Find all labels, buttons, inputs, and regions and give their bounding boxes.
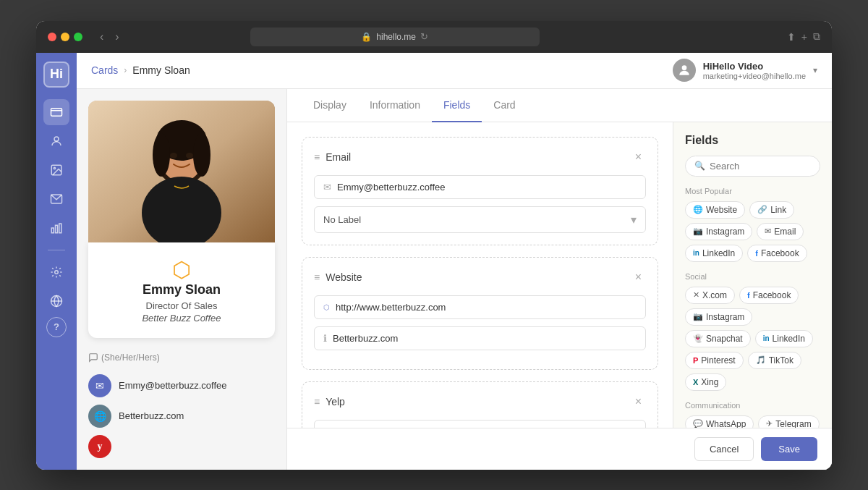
pronouns-label: (She/Her/Hers) [88, 352, 275, 363]
field-tag-link[interactable]: 🔗 Link [749, 201, 794, 219]
sidebar-item-analytics[interactable] [43, 215, 69, 241]
contact-items-list: ✉ Emmy@betterbuzz.coffee 🌐 Betterbuzz.co… [88, 374, 275, 458]
email-value-text: Emmy@betterbuzz.coffee [337, 182, 637, 193]
field-tag-tiktok[interactable]: 🎵 TikTok [748, 352, 801, 369]
share-button[interactable]: ⬆ [787, 30, 796, 43]
user-avatar [673, 59, 696, 82]
close-button[interactable] [48, 33, 56, 41]
url-text: hihello.me [376, 32, 416, 42]
address-bar[interactable]: 🔒 hihello.me ↻ [250, 28, 540, 46]
email-field-header: ≡ Email × [314, 149, 646, 165]
fields-search-box[interactable]: 🔍 [685, 156, 820, 177]
field-tag-whatsapp[interactable]: 💬 WhatsApp [685, 415, 754, 428]
yelp-field-header: ≡ Yelp × [314, 394, 646, 410]
breadcrumb-separator: › [124, 65, 127, 75]
cancel-button[interactable]: Cancel [694, 437, 754, 461]
svg-point-12 [681, 65, 686, 70]
tab-fields[interactable]: Fields [432, 89, 482, 122]
tab-overview-button[interactable]: ⧉ [813, 30, 820, 43]
website-contact-value: Betterbuzz.com [119, 410, 184, 421]
user-menu[interactable]: HiHello Video marketing+video@hihello.me… [673, 59, 817, 82]
chevron-down-icon: ▾ [813, 65, 817, 75]
new-tab-button[interactable]: + [801, 30, 807, 43]
field-tag-facebook-popular[interactable]: f Facebook [747, 245, 807, 262]
website-display-input[interactable]: ℹ Betterbuzz.com [314, 326, 646, 350]
field-tag-snapchat[interactable]: 👻 Snapchat [685, 330, 751, 347]
communication-tags: 💬 WhatsApp ✈ Telegram 🎮 Discord [685, 415, 820, 428]
sidebar-item-contacts[interactable] [43, 128, 69, 154]
email-contact-value: Emmy@betterbuzz.coffee [119, 380, 227, 391]
whatsapp-tag-icon: 💬 [693, 419, 703, 428]
tab-display[interactable]: Display [302, 89, 358, 122]
svg-rect-6 [51, 228, 54, 233]
app-container: Hi [36, 53, 832, 470]
field-tag-telegram[interactable]: ✈ Telegram [758, 415, 819, 428]
tiktok-tag-icon: 🎵 [756, 355, 766, 365]
sidebar-item-integrations[interactable] [43, 288, 69, 314]
refresh-icon[interactable]: ↻ [420, 31, 428, 42]
back-button[interactable]: ‹ [97, 29, 106, 45]
website-field-close[interactable]: × [631, 269, 646, 285]
field-tag-facebook-social[interactable]: f Facebook [739, 287, 799, 304]
minimize-button[interactable] [61, 33, 69, 41]
linkedin-social-tag-icon: in [763, 334, 770, 342]
email-value-input[interactable]: ✉ Emmy@betterbuzz.coffee [314, 175, 646, 199]
contact-item-yelp: y [88, 435, 275, 458]
company-logo: ⬡ [103, 257, 260, 282]
fields-search-input[interactable] [710, 161, 811, 172]
drag-handle-email[interactable]: ≡ [314, 151, 320, 163]
fields-panel-title: Fields [685, 134, 820, 147]
card-preview-panel: ⬡ Emmy Sloan Director Of Sales Better Bu… [77, 89, 286, 470]
content-area: ⬡ Emmy Sloan Director Of Sales Better Bu… [77, 89, 832, 470]
website-field-header: ≡ Website × [314, 269, 646, 285]
email-label-value: No Label [323, 214, 361, 225]
svg-point-19 [153, 133, 170, 177]
fields-editor: Display Information Fields Card ≡ [286, 89, 832, 470]
sidebar-item-cards[interactable] [43, 99, 69, 125]
fields-editor-body: ≡ Email × ✉ Emmy@betterbuzz.coffee No La… [287, 122, 832, 428]
website-tag-icon: 🌐 [693, 205, 703, 214]
website-info-icon: ℹ [323, 333, 327, 344]
communication-section-title: Communication [685, 401, 820, 410]
top-bar: Cards › Emmy Sloan HiHello Video marketi… [77, 53, 832, 89]
sidebar-item-settings[interactable] [43, 259, 69, 285]
forward-button[interactable]: › [112, 29, 122, 45]
snapchat-tag-icon: 👻 [693, 334, 703, 343]
breadcrumb-cards-link[interactable]: Cards [91, 64, 118, 76]
email-field-close[interactable]: × [631, 149, 646, 165]
yelp-url-input[interactable]: ✦ https://yelp.com/biz/betterbuzz [314, 420, 646, 428]
field-tag-instagram-social[interactable]: 📷 Instagram [685, 308, 752, 326]
sidebar-item-help[interactable]: ? [46, 317, 67, 337]
field-tag-website[interactable]: 🌐 Website [685, 201, 745, 219]
yelp-field-close[interactable]: × [631, 394, 646, 410]
email-label-select[interactable]: No Label ▾ [314, 206, 646, 233]
yelp-field-card: ≡ Yelp × ✦ https://yelp.com/biz/betterbu… [302, 381, 658, 428]
browser-nav: ‹ › [97, 29, 122, 45]
sidebar-divider [48, 250, 65, 250]
field-tag-xing[interactable]: X Xing [685, 373, 726, 391]
telegram-tag-icon: ✈ [766, 419, 773, 428]
chevron-down-icon: ▾ [631, 213, 637, 227]
website-contact-icon: 🌐 [88, 405, 111, 428]
save-button[interactable]: Save [761, 437, 817, 461]
field-tag-instagram-popular[interactable]: 📷 Instagram [685, 223, 752, 240]
maximize-button[interactable] [74, 33, 82, 41]
fields-main: ≡ Email × ✉ Emmy@betterbuzz.coffee No La… [287, 122, 673, 428]
field-tag-email-popular[interactable]: ✉ Email [757, 223, 804, 240]
sidebar-item-mail[interactable] [43, 186, 69, 212]
drag-handle-website[interactable]: ≡ [314, 271, 320, 283]
website-url-input[interactable]: ⬡ http://www.betterbuzz.com [314, 295, 646, 319]
sidebar-item-gallery[interactable] [43, 157, 69, 183]
social-tags: ✕ X.com f Facebook 📷 Instagram [685, 287, 820, 391]
field-tag-xcom[interactable]: ✕ X.com [685, 287, 735, 304]
field-tag-linkedin-social[interactable]: in LinkedIn [755, 330, 813, 347]
field-tag-pinterest[interactable]: P Pinterest [685, 352, 744, 369]
app-logo[interactable]: Hi [43, 62, 69, 88]
tab-card[interactable]: Card [482, 89, 527, 122]
tab-information[interactable]: Information [358, 89, 432, 122]
svg-point-21 [170, 153, 177, 159]
field-tag-linkedin-popular[interactable]: in LinkedIn [685, 245, 743, 262]
drag-handle-yelp[interactable]: ≡ [314, 396, 320, 407]
user-name: HiHello Video [703, 61, 806, 72]
xcom-tag-icon: ✕ [693, 290, 699, 300]
